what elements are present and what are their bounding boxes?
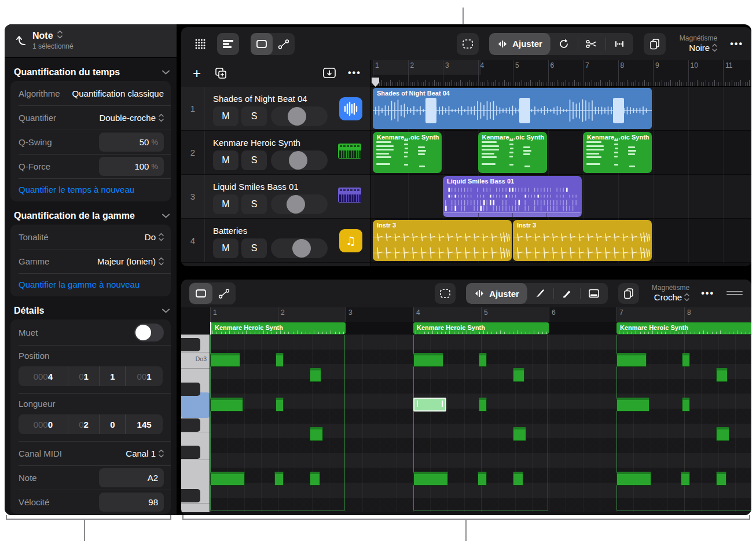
midi-note[interactable] [276, 398, 284, 412]
paste-button[interactable] [644, 33, 666, 55]
selected-key[interactable] [181, 392, 210, 418]
midi-note[interactable] [616, 353, 647, 367]
tracks-more-button[interactable]: ••• [730, 39, 743, 49]
mute-toggle[interactable] [134, 324, 164, 341]
velocity-field[interactable]: 98 [99, 493, 164, 512]
region-header[interactable]: Kenmare Heroic Synth [413, 322, 549, 334]
black-key[interactable] [181, 338, 200, 351]
length-value[interactable]: 0000020145 [19, 414, 163, 434]
length-segment[interactable]: 145 [125, 414, 163, 434]
region-midi[interactable]: Kenmare…oic Synth [478, 132, 547, 173]
editor-marquee-tool-button[interactable] [435, 283, 456, 304]
timeline[interactable]: 1234567891011Shades of Night Beat 04Kenm… [370, 60, 751, 266]
scale-row[interactable]: Gamme Majeur (Ionien) [10, 249, 171, 273]
midi-channel-row[interactable]: Canal MIDI Canal 1 [10, 441, 171, 465]
solo-button[interactable]: S [241, 238, 267, 258]
qforce-field[interactable]: 100% [99, 157, 164, 176]
region-drums[interactable]: Instr 3 [373, 220, 512, 261]
note-grid[interactable] [210, 335, 751, 512]
midi-note[interactable] [479, 353, 487, 367]
track-list-more-button[interactable]: ••• [348, 68, 361, 78]
position-value[interactable]: 0004011001 [19, 366, 163, 386]
track-row[interactable]: 4BatteriesMS♫ [181, 219, 370, 263]
midi-note[interactable] [276, 353, 284, 367]
select-tool-button[interactable] [251, 33, 273, 55]
section-scale-quantize-header[interactable]: Quantification de la gamme [14, 211, 170, 221]
synth-keyboard-icon[interactable] [337, 185, 362, 205]
region-drums[interactable]: Instr 3 [513, 220, 652, 261]
pencil-tool-button[interactable] [527, 283, 553, 304]
midi-note[interactable] [413, 353, 443, 367]
mute-button[interactable]: M [213, 150, 238, 170]
algorithm-row[interactable]: Algorithme Quantification classique [10, 81, 171, 105]
midi-note[interactable] [413, 472, 448, 486]
section-details-header[interactable]: Détails [14, 306, 170, 316]
midi-note[interactable] [716, 472, 726, 486]
synth-keyboard-icon[interactable] [337, 141, 362, 161]
position-segment[interactable]: 001 [125, 366, 163, 386]
midi-note[interactable] [210, 353, 240, 367]
piano-keys[interactable]: Do3 [181, 335, 210, 512]
midi-note[interactable] [513, 368, 524, 382]
solo-button[interactable]: S [241, 194, 267, 214]
note-resize-handle[interactable] [417, 401, 418, 407]
import-track-button[interactable] [322, 66, 337, 82]
volume-knob[interactable] [288, 107, 306, 126]
black-key[interactable] [181, 489, 200, 502]
loop-button[interactable] [550, 33, 578, 55]
key-row[interactable]: Tonalité Do [10, 225, 171, 249]
note-field[interactable]: A2 [99, 468, 164, 487]
midi-note[interactable] [274, 472, 284, 486]
music-note-icon[interactable]: ♫ [339, 229, 362, 252]
midi-note[interactable] [616, 398, 649, 412]
resize-handle[interactable] [726, 288, 743, 299]
tracks-view-button[interactable] [217, 33, 239, 55]
duplicate-track-button[interactable] [214, 66, 227, 82]
midi-note[interactable] [478, 472, 487, 486]
view-grid-button[interactable] [189, 33, 211, 55]
midi-note[interactable] [513, 472, 523, 486]
midi-note[interactable] [716, 368, 728, 382]
midi-note[interactable] [210, 472, 245, 486]
volume-knob[interactable] [289, 151, 307, 170]
solo-button[interactable]: S [241, 150, 267, 170]
requantize-time-link[interactable]: Quantifier le temps à nouveau [10, 178, 171, 201]
solo-button[interactable]: S [241, 106, 267, 126]
volume-slider[interactable] [271, 150, 328, 170]
trim-adjust-button[interactable]: Ajuster [489, 33, 550, 55]
automation-tool-button[interactable] [273, 33, 295, 55]
length-segment[interactable]: 0 [99, 414, 125, 434]
mute-button[interactable]: M [213, 238, 238, 258]
position-segment[interactable]: 0004 [19, 366, 68, 386]
editor-trim-adjust-button[interactable]: Ajuster [466, 283, 527, 304]
add-track-button[interactable]: + [188, 65, 205, 82]
midi-note[interactable] [682, 398, 690, 412]
region-header[interactable]: Kenmare Heroic Synth [210, 322, 346, 334]
volume-slider[interactable] [271, 106, 328, 126]
split-button[interactable] [578, 33, 605, 55]
midi-note[interactable] [716, 427, 729, 441]
timeline-ruler[interactable]: 1234567891011 [371, 60, 751, 87]
length-segment[interactable]: 02 [68, 414, 100, 434]
back-up-arrow-icon[interactable] [14, 33, 27, 49]
track-row[interactable]: 2Kenmare Heroic SynthMS [181, 131, 370, 175]
region-midi[interactable]: Kenmare…oic Synth [583, 132, 652, 173]
track-row[interactable]: 3Liquid Smiles Bass 01MS [181, 175, 370, 219]
black-key[interactable] [181, 383, 200, 396]
quantize-row[interactable]: Quantifier Double-croche [10, 105, 171, 130]
marquee-tool-button[interactable] [457, 33, 479, 55]
editor-ruler[interactable]: 12345678 [210, 307, 751, 322]
midi-note[interactable] [616, 472, 651, 486]
region-midi[interactable]: Kenmare…oic Synth [373, 132, 442, 173]
note-resize-handle[interactable] [442, 401, 443, 407]
editor-automation-tool-button[interactable] [212, 283, 236, 304]
midi-note[interactable] [310, 368, 321, 382]
midi-note[interactable] [310, 427, 323, 441]
length-segment[interactable]: 0000 [19, 414, 68, 434]
track-row[interactable]: 1Shades of Night Beat 04MS [181, 87, 370, 131]
volume-slider[interactable] [271, 194, 328, 214]
mute-button[interactable]: M [213, 194, 238, 214]
join-button[interactable] [605, 33, 633, 55]
qswing-field[interactable]: 50% [99, 133, 164, 152]
midi-note[interactable] [682, 353, 690, 367]
